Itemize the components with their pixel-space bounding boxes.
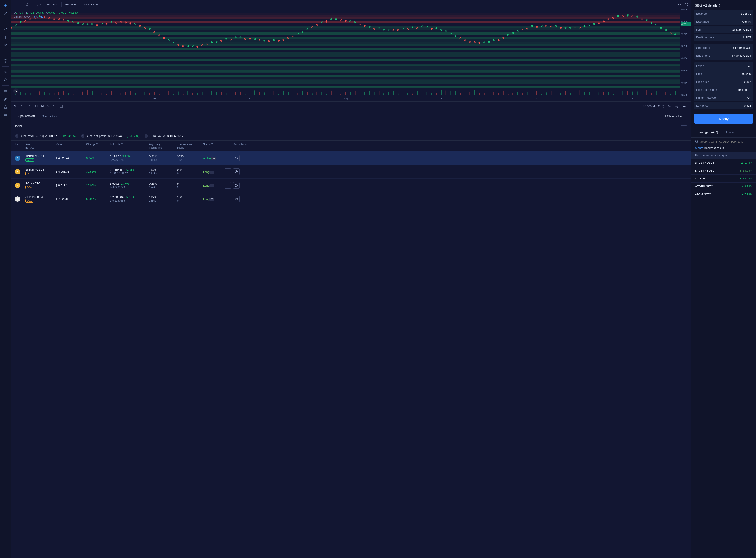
- detail-row: Buy orders3 490.57 USDT: [694, 52, 753, 59]
- stop-button[interactable]: [233, 155, 240, 161]
- detail-row: ExchangeGemini: [694, 18, 753, 26]
- exchange-label[interactable]: Binance: [66, 3, 76, 6]
- goto-date-icon[interactable]: [59, 105, 63, 108]
- log-toggle[interactable]: log: [675, 105, 678, 108]
- value-cell: $ 8 519.2: [56, 184, 84, 187]
- chart-button[interactable]: [225, 169, 231, 175]
- stop-button[interactable]: [233, 182, 240, 189]
- bot-type-badge: DCA: [25, 186, 33, 189]
- strategy-row[interactable]: BTCST / USDT▲ 13.5%: [691, 159, 756, 167]
- stop-button[interactable]: [233, 196, 240, 202]
- strategy-search-input[interactable]: [700, 140, 753, 143]
- crosshair-icon[interactable]: [2, 2, 9, 9]
- edit-icon[interactable]: [2, 96, 9, 102]
- brush-icon[interactable]: [2, 26, 9, 32]
- fullscreen-icon[interactable]: [684, 3, 688, 7]
- symbol-label[interactable]: 1INCH/USDT: [84, 3, 101, 6]
- profit-cell: $ 660.19.37%: [110, 182, 129, 185]
- help-icon[interactable]: ?: [96, 143, 98, 146]
- pair-label: 1INCH / USDT: [25, 168, 54, 171]
- status-cell: Long: [203, 198, 209, 201]
- zoom-icon[interactable]: [2, 77, 9, 83]
- profit-cell: $ 126.023.22%: [110, 155, 130, 158]
- price-chart[interactable]: [11, 9, 691, 101]
- bot-row[interactable]: ✦ AGIX / BTCDCA $ 8 519.2 20.93% $ 660.1…: [11, 179, 691, 192]
- exchange-icon: ⊕: [15, 155, 20, 161]
- bot-row[interactable]: ✦ 1INCH / USDTDCA $ 4 366.36 33.51% $ 1 …: [11, 165, 691, 179]
- lock-icon[interactable]: [2, 104, 9, 110]
- fx-icon[interactable]: ƒx: [37, 3, 41, 6]
- interval-select[interactable]: 1h: [14, 3, 17, 6]
- bot-row[interactable]: ⊕ 1INCH / USDTGRID $ 4 025.44 3.04% $ 12…: [11, 151, 691, 165]
- chart-body[interactable]: O0.789 H0.792 L0.787 C0.789 +0.001 (+0.1…: [11, 9, 691, 101]
- prediction-icon[interactable]: [2, 50, 9, 56]
- chart-button[interactable]: [225, 155, 231, 161]
- bots-title: Bots: [15, 124, 687, 128]
- strategy-row[interactable]: BTCST / BUSD▲ 13.08%: [691, 167, 756, 175]
- chart-button[interactable]: [225, 182, 231, 189]
- status-cell: Active: [203, 157, 211, 160]
- eye-icon[interactable]: [2, 111, 9, 118]
- text-icon[interactable]: [2, 34, 9, 41]
- timeframe-6h[interactable]: 6h: [47, 105, 50, 108]
- detail-row: Bot typeSBot V2: [694, 10, 753, 18]
- indicators-button[interactable]: Indicators: [45, 3, 57, 6]
- help-icon[interactable]: ?: [15, 134, 19, 138]
- settings-icon[interactable]: [677, 3, 681, 7]
- timeframe-3m[interactable]: 3m: [14, 105, 18, 108]
- timeframe-3d[interactable]: 3d: [34, 105, 37, 108]
- fib-icon[interactable]: [2, 18, 9, 25]
- filter-icon[interactable]: [681, 125, 687, 132]
- bot-row[interactable]: ▣ ALPHA / BTCDCA $ 7 526.88 60.08% $ 2 6…: [11, 192, 691, 206]
- tab-spot-history[interactable]: Spot history: [38, 111, 60, 121]
- help-icon[interactable]: ?: [719, 3, 721, 7]
- tab-balance[interactable]: Balance: [722, 127, 739, 137]
- timeframe-7d[interactable]: 7d: [28, 105, 31, 108]
- stop-button[interactable]: [233, 169, 240, 175]
- profit-cell: $ 1 184.9936.23%: [110, 168, 134, 172]
- pattern-icon[interactable]: [2, 42, 9, 48]
- chart-button[interactable]: [225, 196, 231, 202]
- detail-row: Pump ProtectionOn: [694, 94, 753, 102]
- value-cell: $ 7 526.88: [56, 197, 84, 201]
- pair-label: 1INCH / USDT: [25, 154, 54, 158]
- share-earn-button[interactable]: $ Share & Earn: [662, 113, 687, 119]
- svg-rect-27: [228, 198, 228, 200]
- svg-rect-15: [228, 157, 228, 159]
- svg-point-9: [5, 115, 6, 115]
- strategy-row[interactable]: ATOM / BTC▲ 7.28%: [691, 191, 756, 198]
- tab-strategies[interactable]: Strategies (427): [694, 127, 722, 137]
- svg-rect-18: [227, 172, 227, 173]
- emoji-icon[interactable]: [2, 57, 9, 64]
- svg-rect-24: [229, 186, 229, 186]
- timeframe-1d[interactable]: 1d: [41, 105, 44, 108]
- svg-point-3: [4, 59, 7, 62]
- timeframe-1h[interactable]: 1h: [53, 105, 56, 108]
- right-sidebar: SBot V2 details ? Bot typeSBot V2Exchang…: [691, 0, 756, 558]
- modify-button[interactable]: Modify: [694, 114, 753, 124]
- pct-toggle[interactable]: %: [668, 105, 671, 108]
- svg-rect-10: [26, 4, 27, 5]
- help-icon[interactable]: ?: [121, 143, 123, 146]
- timeframe-1m[interactable]: 1m: [21, 105, 25, 108]
- help-icon[interactable]: ?: [145, 134, 148, 138]
- svg-rect-22: [227, 185, 227, 186]
- ruler-icon[interactable]: [2, 69, 9, 75]
- change-cell: 33.51%: [86, 170, 108, 173]
- svg-rect-11: [27, 3, 28, 5]
- detail-row: Levels140: [694, 62, 753, 70]
- strategy-row[interactable]: WAVES / BTC▲ 8.13%: [691, 182, 756, 191]
- trendline-icon[interactable]: [2, 10, 9, 17]
- magnet-icon[interactable]: [2, 88, 9, 95]
- detail-row: Low price0.521: [694, 102, 753, 109]
- tab-spot-bots[interactable]: Spot bots (9): [15, 111, 38, 121]
- help-icon[interactable]: ?: [81, 134, 84, 138]
- candle-style-icon[interactable]: [25, 3, 29, 6]
- avg-cell: 1.57%: [149, 168, 157, 172]
- auto-toggle[interactable]: auto: [683, 105, 688, 108]
- detail-row: Profit currencyUSDT: [694, 34, 753, 41]
- svg-rect-19: [228, 171, 228, 173]
- change-cell: 20.93%: [86, 184, 108, 187]
- help-icon[interactable]: ?: [211, 143, 213, 146]
- strategy-row[interactable]: LDO / BTC▲ 12.03%: [691, 175, 756, 182]
